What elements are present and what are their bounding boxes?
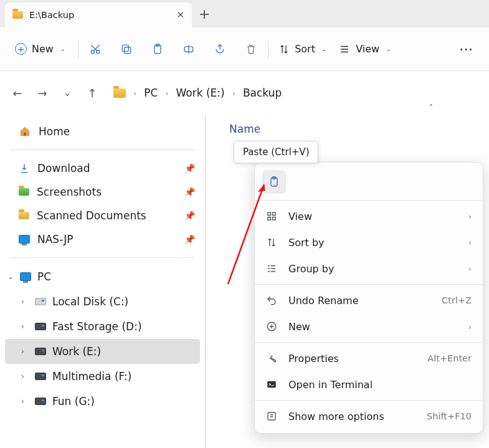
svg-rect-7 <box>24 133 26 136</box>
divider <box>255 200 483 201</box>
column-header-label: Name <box>229 123 260 135</box>
tab-strip: E:\Backup ✕ + <box>0 0 489 27</box>
sort-button[interactable]: Sort ⌄ <box>278 43 327 55</box>
divider <box>10 150 195 150</box>
sidebar-home[interactable]: Home <box>5 120 200 143</box>
chevron-right-icon: › <box>232 88 235 98</box>
chevron-right-icon: › <box>133 88 136 98</box>
ctx-view[interactable]: View › <box>255 203 483 229</box>
ctx-label: Undo Rename <box>288 295 359 307</box>
chevron-right-icon: › <box>468 212 472 221</box>
plus-circle-icon: + <box>15 43 27 55</box>
sidebar-item-nas[interactable]: NAS-JP 📌 <box>5 227 200 251</box>
svg-rect-16 <box>268 412 275 420</box>
sidebar-item-screenshots[interactable]: Screenshots 📌 <box>5 180 200 204</box>
sidebar-item-label: Work (E:) <box>52 345 101 358</box>
download-icon <box>19 163 30 174</box>
ctx-group-by[interactable]: Group by › <box>255 255 483 282</box>
pc-icon <box>20 272 31 281</box>
chevron-right-icon[interactable]: › <box>21 297 24 306</box>
up-button[interactable]: ↑ <box>80 80 105 105</box>
sidebar-item-label: Fast Storage (D:) <box>52 320 142 333</box>
chevron-right-icon: › <box>468 238 472 247</box>
ctx-label: New <box>288 321 310 333</box>
sidebar-drive-g[interactable]: › Fun (G:) <box>5 389 200 414</box>
view-button[interactable]: View ⌄ <box>338 43 391 55</box>
new-button[interactable]: + New ⌄ <box>12 39 68 59</box>
disk-icon <box>35 373 46 380</box>
plus-circle-icon <box>266 321 277 332</box>
breadcrumb-seg-folder[interactable]: Backup <box>243 87 282 99</box>
chevron-down-icon: ⌄ <box>386 45 391 53</box>
sidebar-item-label: Scanned Documents <box>37 209 146 222</box>
disk-icon <box>35 348 46 355</box>
group-icon <box>266 263 277 274</box>
sidebar-item-label: Multimedia (F:) <box>52 370 131 383</box>
ctx-properties[interactable]: Properties Alt+Enter <box>255 345 483 371</box>
column-header-name[interactable]: Name <box>206 115 489 143</box>
rename-icon[interactable] <box>182 42 196 56</box>
context-menu: View › Sort by › Group by › Undo Rename … <box>254 162 483 434</box>
sidebar-drive-f[interactable]: › Multimedia (F:) <box>5 364 200 389</box>
tab-title: E:\Backup <box>29 10 74 20</box>
paste-icon <box>268 176 280 188</box>
delete-icon[interactable] <box>244 42 258 56</box>
divider <box>255 284 483 285</box>
ctx-label: Sort by <box>288 237 325 249</box>
divider <box>255 400 483 401</box>
chevron-right-icon[interactable]: › <box>21 397 24 406</box>
disk-icon <box>35 398 46 405</box>
breadcrumb[interactable]: › PC › Work (E:) › Backup <box>113 87 282 99</box>
breadcrumb-seg-drive[interactable]: Work (E:) <box>176 87 225 99</box>
chevron-down-icon[interactable]: ⌄ <box>7 272 14 281</box>
ctx-paste-button[interactable] <box>262 170 286 194</box>
chevron-down-icon: ⌄ <box>60 45 65 53</box>
svg-rect-11 <box>273 212 276 216</box>
svg-rect-2 <box>125 47 131 53</box>
sidebar-drive-d[interactable]: › Fast Storage (D:) <box>5 314 200 339</box>
paste-icon[interactable] <box>151 42 164 56</box>
home-icon <box>19 126 31 137</box>
more-button[interactable]: ⋯ <box>459 41 477 57</box>
chevron-right-icon[interactable]: › <box>21 372 24 381</box>
sort-indicator-icon: ˄ <box>429 103 433 112</box>
view-lines-icon <box>338 44 351 55</box>
sidebar-pc[interactable]: ⌄ PC <box>5 264 200 289</box>
divider <box>10 257 195 258</box>
svg-rect-13 <box>273 217 276 221</box>
copy-icon[interactable] <box>120 42 133 56</box>
chevron-right-icon[interactable]: › <box>21 347 24 356</box>
cut-icon[interactable] <box>88 42 102 56</box>
tooltip-text: Paste (Ctrl+V) <box>243 146 309 158</box>
ctx-new[interactable]: New › <box>255 313 483 340</box>
ctx-more-options[interactable]: Show more options Shift+F10 <box>255 403 483 429</box>
sidebar-drive-e[interactable]: › Work (E:) <box>5 339 200 364</box>
chevron-right-icon[interactable]: › <box>21 322 24 331</box>
clipboard-group <box>88 42 258 56</box>
breadcrumb-seg-pc[interactable]: PC <box>144 87 158 99</box>
forward-button[interactable]: → <box>30 80 55 105</box>
close-tab-button[interactable]: ✕ <box>176 9 184 21</box>
view-label: View <box>356 43 379 55</box>
sidebar-item-download[interactable]: Download 📌 <box>5 156 200 180</box>
sidebar-item-scanned[interactable]: Scanned Documents 📌 <box>5 204 200 227</box>
back-button[interactable]: ← <box>5 80 30 105</box>
new-tab-button[interactable]: + <box>192 0 217 27</box>
ctx-shortcut: Alt+Enter <box>427 353 472 363</box>
history-dropdown[interactable]: ⌄ <box>55 80 80 105</box>
wrench-icon <box>266 353 277 364</box>
ctx-undo[interactable]: Undo Rename Ctrl+Z <box>255 287 483 313</box>
sidebar-drive-c[interactable]: › Local Disk (C:) <box>5 289 200 314</box>
active-tab[interactable]: E:\Backup ✕ <box>5 2 192 27</box>
more-options-icon <box>266 411 277 422</box>
folder-icon <box>12 11 23 19</box>
sidebar-item-label: NAS-JP <box>37 233 73 245</box>
share-icon[interactable] <box>213 42 227 56</box>
ctx-sort-by[interactable]: Sort by › <box>255 229 483 255</box>
chevron-right-icon: › <box>165 88 168 98</box>
sidebar-home-label: Home <box>39 125 70 138</box>
ctx-terminal[interactable]: Open in Terminal <box>255 371 483 398</box>
paste-tooltip: Paste (Ctrl+V) <box>234 141 318 163</box>
disk-icon <box>35 298 46 305</box>
svg-rect-10 <box>268 212 271 216</box>
